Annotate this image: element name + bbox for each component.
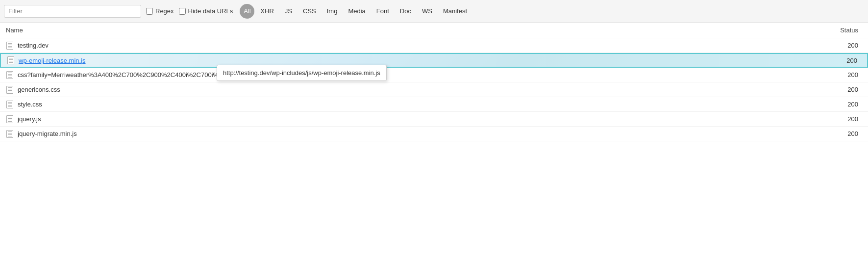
file-icon	[7, 56, 15, 64]
hide-data-urls-checkbox-group: Hide data URLs	[179, 7, 233, 15]
file-icon	[6, 86, 14, 94]
hide-data-urls-label: Hide data URLs	[188, 7, 233, 15]
file-icon	[6, 115, 14, 123]
filter-btn-xhr[interactable]: XHR	[255, 5, 278, 18]
row-status: 200	[803, 115, 862, 123]
filter-btn-all[interactable]: All	[240, 4, 254, 19]
filter-input[interactable]	[4, 5, 141, 18]
filter-btn-img[interactable]: Img	[322, 5, 343, 18]
row-name: testing.dev	[18, 42, 803, 49]
regex-checkbox-group: Regex	[146, 7, 174, 15]
table-row[interactable]: genericons.css200	[0, 82, 868, 97]
filter-btn-font[interactable]: Font	[372, 5, 394, 18]
file-icon	[6, 101, 14, 108]
row-name: jquery.js	[18, 115, 803, 123]
row-name: jquery-migrate.min.js	[18, 130, 803, 137]
regex-label: Regex	[155, 7, 174, 15]
filter-type-buttons: AllXHRJSCSSImgMediaFontDocWSManifest	[240, 4, 472, 19]
row-status: 200	[803, 130, 862, 137]
column-header-name: Name	[6, 26, 803, 34]
table-header: Name Status	[0, 23, 868, 38]
row-status: 200	[803, 42, 862, 49]
row-status: 200	[802, 57, 861, 64]
file-icon	[6, 42, 14, 50]
row-name: genericons.css	[18, 86, 803, 93]
row-status: 200	[803, 101, 862, 108]
filter-btn-doc[interactable]: Doc	[395, 5, 416, 18]
filter-btn-js[interactable]: JS	[280, 5, 297, 18]
table-row[interactable]: jquery.js200	[0, 112, 868, 127]
network-table-body: testing.dev200wp-emoji-release.min.js200…	[0, 38, 868, 141]
filter-btn-ws[interactable]: WS	[417, 5, 437, 18]
table-row[interactable]: wp-emoji-release.min.js200http://testing…	[0, 53, 868, 68]
row-name: css?family=Merriweather%3A400%2C700%2C90…	[18, 71, 803, 79]
file-icon	[6, 130, 14, 138]
table-row[interactable]: css?family=Merriweather%3A400%2C700%2C90…	[0, 68, 868, 82]
regex-checkbox[interactable]	[146, 8, 153, 15]
filter-btn-media[interactable]: Media	[343, 5, 370, 18]
table-row[interactable]: testing.dev200	[0, 38, 868, 53]
hide-data-urls-checkbox[interactable]	[179, 8, 186, 15]
url-tooltip: http://testing.dev/wp-includes/js/wp-emo…	[217, 65, 387, 81]
row-name: style.css	[18, 101, 803, 108]
file-icon	[6, 71, 14, 79]
row-name[interactable]: wp-emoji-release.min.js	[19, 57, 802, 64]
row-status: 200	[803, 71, 862, 79]
filter-btn-manifest[interactable]: Manifest	[438, 5, 472, 18]
table-row[interactable]: style.css200	[0, 97, 868, 112]
network-toolbar: Regex Hide data URLs AllXHRJSCSSImgMedia…	[0, 0, 868, 23]
filter-btn-css[interactable]: CSS	[298, 5, 321, 18]
column-header-status: Status	[803, 26, 862, 34]
table-row[interactable]: jquery-migrate.min.js200	[0, 127, 868, 141]
row-status: 200	[803, 86, 862, 93]
